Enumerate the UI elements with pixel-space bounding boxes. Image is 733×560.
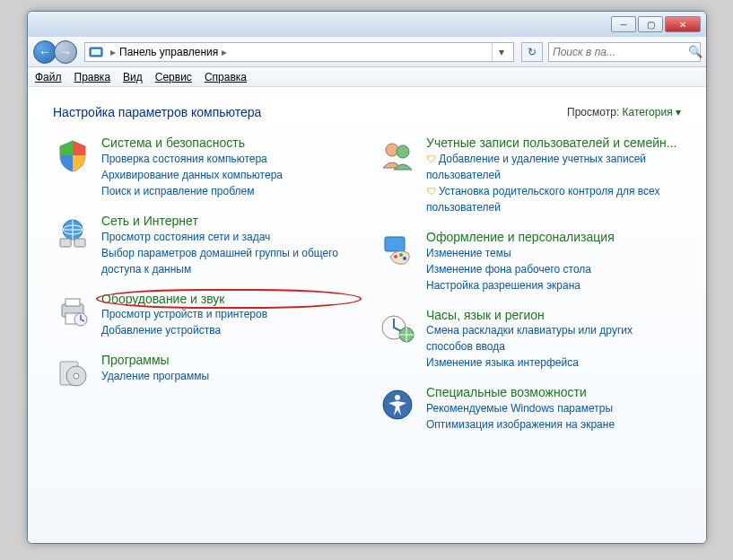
category-hardware-sound: Оборудование и звук Просмотр устройств и… bbox=[53, 292, 356, 339]
category-system-security: Система и безопасность Проверка состояни… bbox=[53, 136, 356, 199]
category-title[interactable]: Часы, язык и регион bbox=[426, 308, 681, 323]
category-programs: Программы Удаление программы bbox=[53, 353, 356, 392]
palette-icon bbox=[378, 230, 417, 269]
titlebar: ─ ▢ ✕ bbox=[28, 12, 706, 37]
category-title[interactable]: Система и безопасность bbox=[101, 136, 356, 151]
search-input[interactable] bbox=[553, 46, 688, 58]
sublink[interactable]: Смена раскладки клавиатуры или других сп… bbox=[426, 322, 681, 354]
users-icon bbox=[378, 136, 417, 175]
svg-point-22 bbox=[395, 395, 400, 400]
svg-rect-4 bbox=[60, 239, 71, 247]
category-network: Сеть и Интернет Просмотр состояния сети … bbox=[53, 214, 356, 277]
sublink[interactable]: Поиск и исправление проблем bbox=[101, 183, 356, 199]
breadcrumb-sep-icon: ▸ bbox=[222, 46, 227, 58]
view-selector: Просмотр: Категория ▾ bbox=[567, 106, 681, 118]
category-title[interactable]: Специальные возможности bbox=[426, 385, 681, 400]
search-box[interactable]: 🔍 bbox=[548, 42, 701, 62]
svg-point-18 bbox=[403, 257, 406, 260]
svg-point-12 bbox=[74, 373, 79, 379]
category-clock-language: Часы, язык и регион Смена раскладки клав… bbox=[378, 308, 681, 372]
category-title[interactable]: Оформление и персонализация bbox=[426, 230, 681, 245]
sublink[interactable]: Добавление устройства bbox=[101, 322, 356, 338]
svg-rect-15 bbox=[385, 237, 405, 251]
address-dropdown-icon[interactable]: ▾ bbox=[492, 43, 510, 61]
sublink[interactable]: Архивирование данных компьютера bbox=[101, 167, 356, 183]
accessibility-icon bbox=[378, 385, 417, 424]
sublink[interactable]: Рекомендуемые Windows параметры bbox=[426, 400, 681, 416]
sublink[interactable]: Оптимизация изображения на экране bbox=[426, 416, 681, 433]
breadcrumb-root[interactable]: Панель управления bbox=[119, 46, 218, 58]
category-title[interactable]: Сеть и Интернет bbox=[101, 214, 356, 229]
sublink[interactable]: Добавление и удаление учетных записей по… bbox=[426, 151, 681, 183]
sublink[interactable]: Проверка состояния компьютера bbox=[101, 151, 356, 167]
menu-bar: Файл Правка Вид Сервис Справка bbox=[28, 67, 706, 87]
printer-icon bbox=[53, 292, 92, 331]
sublink[interactable]: Выбор параметров домашней группы и общег… bbox=[101, 245, 356, 277]
sublink[interactable]: Настройка разрешения экрана bbox=[426, 277, 681, 293]
forward-button[interactable]: → bbox=[54, 40, 77, 64]
view-dropdown[interactable]: Категория ▾ bbox=[623, 106, 681, 118]
menu-view[interactable]: Вид bbox=[123, 71, 143, 83]
sublink[interactable]: Изменение фона рабочего стола bbox=[426, 261, 681, 277]
sublink[interactable]: Удаление программы bbox=[101, 368, 356, 384]
svg-rect-5 bbox=[74, 239, 85, 247]
svg-point-14 bbox=[397, 145, 409, 158]
disc-box-icon bbox=[53, 353, 92, 392]
shield-icon bbox=[53, 136, 92, 175]
svg-point-17 bbox=[399, 253, 403, 257]
control-panel-window: ─ ▢ ✕ ← → ▸ Панель управления ▸ ▾ ↻ 🔍 Фа… bbox=[27, 11, 707, 544]
sublink[interactable]: Изменение языка интерфейса bbox=[426, 354, 681, 371]
control-panel-icon bbox=[89, 45, 103, 59]
category-title-highlighted[interactable]: Оборудование и звук bbox=[101, 292, 356, 307]
minimize-button[interactable]: ─ bbox=[611, 16, 636, 32]
globe-network-icon bbox=[53, 214, 92, 253]
breadcrumb-sep-icon: ▸ bbox=[110, 46, 116, 58]
clock-globe-icon bbox=[378, 308, 417, 347]
maximize-button[interactable]: ▢ bbox=[638, 16, 663, 32]
right-column: Учетные записи пользователей и семейн...… bbox=[378, 136, 681, 447]
close-button[interactable]: ✕ bbox=[665, 16, 701, 32]
refresh-button[interactable]: ↻ bbox=[521, 42, 543, 62]
category-user-accounts: Учетные записи пользователей и семейн...… bbox=[378, 136, 681, 215]
svg-rect-1 bbox=[92, 49, 100, 55]
svg-point-16 bbox=[394, 255, 397, 258]
svg-rect-7 bbox=[65, 299, 80, 306]
address-bar[interactable]: ▸ Панель управления ▸ ▾ bbox=[84, 42, 514, 62]
left-column: Система и безопасность Проверка состояни… bbox=[53, 136, 356, 447]
category-title[interactable]: Учетные записи пользователей и семейн... bbox=[426, 136, 681, 151]
navigation-bar: ← → ▸ Панель управления ▸ ▾ ↻ 🔍 bbox=[28, 37, 706, 67]
page-title: Настройка параметров компьютера bbox=[53, 105, 261, 119]
search-icon[interactable]: 🔍 bbox=[688, 45, 702, 58]
category-appearance: Оформление и персонализация Изменение те… bbox=[378, 230, 681, 293]
category-title[interactable]: Программы bbox=[101, 353, 356, 368]
sublink[interactable]: Просмотр устройств и принтеров bbox=[101, 306, 356, 322]
sublink[interactable]: Просмотр состояния сети и задач bbox=[101, 229, 356, 245]
sublink[interactable]: Изменение темы bbox=[426, 245, 681, 261]
menu-edit[interactable]: Правка bbox=[74, 71, 111, 83]
sublink[interactable]: Установка родительского контроля для все… bbox=[426, 183, 681, 215]
menu-tools[interactable]: Сервис bbox=[155, 71, 192, 83]
menu-file[interactable]: Файл bbox=[35, 71, 62, 83]
category-ease-of-access: Специальные возможности Рекомендуемые Wi… bbox=[378, 385, 681, 433]
menu-help[interactable]: Справка bbox=[205, 71, 247, 83]
content-area: Настройка параметров компьютера Просмотр… bbox=[28, 87, 706, 543]
